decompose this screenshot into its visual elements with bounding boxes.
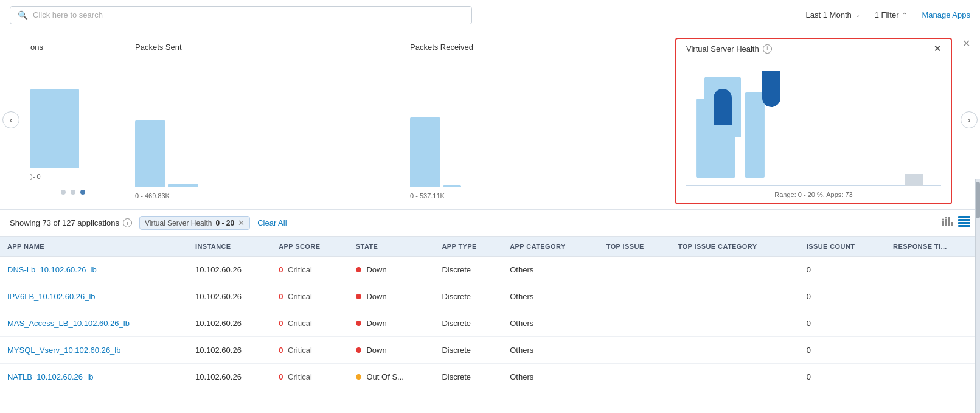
score-label: Critical <box>288 265 312 274</box>
table-row: MYSQL_Vserv_10.102.60.26_lb 10.102.60.26… <box>0 337 980 364</box>
cell-state: Down <box>349 337 435 364</box>
showing-info-icon[interactable]: i <box>123 218 132 227</box>
app-name-link[interactable]: IPV6LB_10.102.60.26_lb <box>7 292 96 301</box>
filter-tag-close-button[interactable]: ✕ <box>238 218 245 227</box>
col-app-score[interactable]: APP SCORE <box>271 237 349 257</box>
table-toolbar: Showing 73 of 127 applications i Virtual… <box>0 210 980 237</box>
score-value: 0 <box>279 265 283 274</box>
packets-sent-range: 0 - 469.83K <box>135 192 390 200</box>
app-name-link[interactable]: MAS_Access_LB_10.102.60.26_lb <box>7 319 130 328</box>
search-box[interactable]: 🔍 Click here to search <box>10 6 472 24</box>
clear-all-button[interactable]: Clear All <box>257 218 287 227</box>
pagination-dots <box>30 185 115 200</box>
cell-app-category: Others <box>502 257 599 283</box>
app-name-link[interactable]: MYSQL_Vserv_10.102.60.26_lb <box>7 345 120 355</box>
virtual-server-title: Virtual Server Health i ✕ <box>686 44 941 54</box>
cell-state: Down <box>349 257 435 283</box>
chart-section: ‹ › ✕ ons )- 0 <box>0 30 980 210</box>
filter-button[interactable]: 1 Filter ⌃ <box>875 10 908 19</box>
bar-short <box>168 184 198 187</box>
svg-rect-9 <box>958 219 970 221</box>
time-filter-button[interactable]: Last 1 Month ⌄ <box>806 10 860 19</box>
cell-response-time <box>886 310 980 337</box>
chart-view-icon[interactable] <box>941 216 954 230</box>
cell-state: Out Of S... <box>349 364 435 390</box>
cell-app-name: DNS-Lb_10.102.60.26_lb <box>0 257 188 283</box>
filter-tag-label: Virtual Server Health <box>145 219 212 227</box>
filter-tag-value: 0 - 20 <box>215 219 234 227</box>
chevron-up-icon: ⌃ <box>902 12 907 18</box>
cell-app-type: Discrete <box>434 337 502 364</box>
virtual-server-close-button[interactable]: ✕ <box>934 44 941 54</box>
cell-app-type: Discrete <box>434 364 502 390</box>
state-label: Down <box>366 292 386 301</box>
next-chart-button[interactable]: › <box>961 111 978 128</box>
close-chart-section-button[interactable]: ✕ <box>962 38 970 49</box>
virtual-server-info-icon[interactable]: i <box>763 44 772 54</box>
table-view-icon[interactable] <box>958 216 970 230</box>
search-placeholder: Click here to search <box>33 10 103 19</box>
chart-card-virtual-server: Virtual Server Health i ✕ <box>675 38 952 204</box>
svg-point-6 <box>942 219 944 221</box>
packets-received-title: Packets Received <box>410 43 665 52</box>
col-app-type[interactable]: APP TYPE <box>434 237 502 257</box>
table-row: NATLB_10.102.60.26_lb 10.102.60.26 0 Cri… <box>0 364 980 390</box>
bar-tall <box>135 120 165 187</box>
cell-app-score: 0 Critical <box>271 337 349 364</box>
state-dot-icon <box>356 267 361 272</box>
table-header-row: APP NAME INSTANCE APP SCORE STATE APP TY… <box>0 237 980 257</box>
bar-tiny <box>443 185 461 187</box>
score-value: 0 <box>279 345 283 355</box>
search-icon: 🔍 <box>18 10 28 20</box>
dot-3[interactable] <box>80 190 85 195</box>
bar-left <box>704 77 741 137</box>
svg-rect-5 <box>951 222 953 226</box>
cell-instance: 10.102.60.26 <box>188 364 271 390</box>
scrollbar-thumb[interactable] <box>976 182 980 218</box>
cell-issue-count: 0 <box>799 257 886 283</box>
packets-sent-chart-area <box>135 57 390 190</box>
cell-state: Down <box>349 283 435 310</box>
packets-sent-title: Packets Sent <box>135 43 390 52</box>
score-label: Critical <box>288 292 312 301</box>
dot-2[interactable] <box>71 190 75 195</box>
col-instance[interactable]: INSTANCE <box>188 237 271 257</box>
score-label: Critical <box>288 372 312 381</box>
partial-chart-title: ons <box>30 43 115 52</box>
bar-left-accent <box>714 89 732 125</box>
table-section: Showing 73 of 127 applications i Virtual… <box>0 210 980 413</box>
state-label: Down <box>366 345 386 355</box>
cell-top-issue <box>599 257 671 283</box>
data-table-wrapper[interactable]: APP NAME INSTANCE APP SCORE STATE APP TY… <box>0 237 980 413</box>
table-row: DNS-Lb_10.102.60.26_lb 10.102.60.26 0 Cr… <box>0 257 980 283</box>
col-response-time[interactable]: RESPONSE TI... <box>886 237 980 257</box>
state-label: Down <box>366 265 386 274</box>
cell-instance: 10.102.60.26 <box>188 310 271 337</box>
cell-issue-count: 0 <box>799 337 886 364</box>
scrollbar[interactable] <box>975 179 980 413</box>
cell-app-score: 0 Critical <box>271 283 349 310</box>
score-label: Critical <box>288 319 312 328</box>
col-app-category[interactable]: APP CATEGORY <box>502 237 599 257</box>
prev-chart-button[interactable]: ‹ <box>2 111 19 128</box>
bar-right-accent <box>762 71 780 107</box>
cell-issue-count: 0 <box>799 283 886 310</box>
state-dot-icon <box>356 294 361 299</box>
cell-app-category: Others <box>502 364 599 390</box>
col-issue-count[interactable]: ISSUE COUNT <box>799 237 886 257</box>
score-label: Critical <box>288 345 312 355</box>
cell-app-name: IPV6LB_10.102.60.26_lb <box>0 283 188 310</box>
header-right: Last 1 Month ⌄ 1 Filter ⌃ Manage Apps <box>806 10 970 19</box>
table-row: IPV6LB_10.102.60.26_lb 10.102.60.26 0 Cr… <box>0 283 980 310</box>
cell-top-issue-category <box>671 257 799 283</box>
app-name-link[interactable]: DNS-Lb_10.102.60.26_lb <box>7 265 97 274</box>
col-top-issue-category[interactable]: TOP ISSUE CATEGORY <box>671 237 799 257</box>
col-top-issue[interactable]: TOP ISSUE <box>599 237 671 257</box>
cell-app-score: 0 Critical <box>271 310 349 337</box>
col-app-name[interactable]: APP NAME <box>0 237 188 257</box>
col-state[interactable]: STATE <box>349 237 435 257</box>
dot-1[interactable] <box>61 190 66 195</box>
svg-rect-8 <box>958 216 970 218</box>
app-name-link[interactable]: NATLB_10.102.60.26_lb <box>7 372 93 381</box>
manage-apps-link[interactable]: Manage Apps <box>922 10 970 19</box>
